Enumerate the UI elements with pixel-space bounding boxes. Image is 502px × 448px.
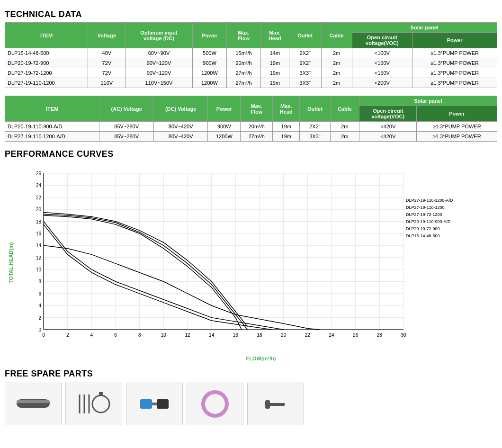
- performance-curves-heading: PERFORMANCE CURVES: [5, 149, 497, 159]
- svg-text:DLP27-19-110-1200-A/D: DLP27-19-110-1200-A/D: [406, 198, 453, 203]
- table-row: DLP15-14-48-50048V60V~90V500W15m³/h14m2X…: [5, 48, 497, 58]
- spare-parts-heading: FREE SPARE PARTS: [5, 369, 497, 379]
- svg-text:18: 18: [257, 332, 262, 338]
- svg-rect-69: [17, 400, 50, 403]
- svg-text:DLP15-14-48-500: DLP15-14-48-500: [406, 233, 440, 238]
- col-solar-power-1: Power: [412, 33, 497, 48]
- col-max-head-2: Max.Head: [273, 96, 300, 122]
- svg-text:DLP20-19-72-900: DLP20-19-72-900: [406, 226, 440, 231]
- svg-text:DLP20-19-110-900-A/D: DLP20-19-110-900-A/D: [406, 219, 451, 224]
- svg-point-73: [92, 395, 109, 412]
- performance-curves-section: PERFORMANCE CURVES TOTAL HEAD(m) 0246810…: [5, 149, 497, 361]
- col-dc-voltage: (DC) Voltage: [153, 96, 208, 122]
- svg-text:10: 10: [36, 267, 42, 272]
- svg-text:12: 12: [36, 255, 42, 260]
- svg-text:20: 20: [281, 332, 287, 338]
- col-voltage-1: Voltage: [88, 23, 126, 48]
- solar-panel-header-1: Solar panel: [352, 23, 497, 33]
- col-voc-1: Open circuitvoltage(VOC): [352, 33, 412, 48]
- col-solar-power-2: Power: [417, 106, 497, 122]
- svg-text:8: 8: [138, 332, 141, 338]
- technical-data-heading: TECHNICAL DATA: [5, 9, 497, 19]
- svg-text:16: 16: [233, 332, 239, 338]
- col-cable-1: Cable: [321, 23, 352, 48]
- col-item-1: ITEM: [5, 23, 88, 48]
- col-power-1: Power: [192, 23, 227, 48]
- svg-text:14: 14: [209, 332, 215, 338]
- svg-text:0: 0: [38, 327, 41, 332]
- svg-text:24: 24: [36, 183, 42, 188]
- svg-text:16: 16: [36, 231, 42, 236]
- x-axis-label: FLOW(m³/h): [25, 356, 497, 361]
- col-outlet-1: Outlet: [289, 23, 321, 48]
- svg-text:8: 8: [38, 279, 41, 284]
- svg-text:10: 10: [161, 332, 167, 338]
- svg-text:22: 22: [305, 332, 311, 338]
- svg-text:2: 2: [38, 315, 41, 321]
- spare-parts-row: [5, 383, 497, 425]
- svg-text:6: 6: [38, 291, 41, 296]
- table-row: DLP20-19-110-900-A/D85V~280V80V~420V900W…: [5, 122, 497, 132]
- table2: ITEM (AC) Voltage (DC) Voltage Power Max…: [5, 96, 497, 142]
- spare-part-screws-clamp: [65, 383, 122, 425]
- svg-text:28: 28: [377, 332, 383, 338]
- svg-text:24: 24: [329, 332, 334, 338]
- svg-text:30: 30: [401, 332, 406, 338]
- svg-rect-80: [265, 400, 270, 409]
- svg-text:DLP27-19-110-1200: DLP27-19-110-1200: [406, 205, 445, 210]
- col-outlet-2: Outlet: [300, 96, 330, 122]
- spare-part-pipe-fitting: [5, 383, 62, 425]
- svg-text:DLP27-19-72-1200: DLP27-19-72-1200: [406, 212, 442, 217]
- col-max-flow-2: Max.Flow: [241, 96, 273, 122]
- col-ac-voltage: (AC) Voltage: [99, 96, 154, 122]
- col-item-2: ITEM: [5, 96, 99, 122]
- svg-rect-76: [157, 399, 169, 409]
- svg-rect-74: [99, 392, 103, 396]
- table-row: DLP20-19-72-90072V90V~120V900W20m³/h19m2…: [5, 58, 497, 68]
- col-power-2: Power: [208, 96, 241, 122]
- svg-text:26: 26: [36, 171, 42, 176]
- performance-chart: 0246810121416182022242628300246810121416…: [25, 164, 479, 353]
- svg-text:14: 14: [36, 243, 42, 248]
- table-row: DLP27-19-110-1200110V110V~150V1200W27m³/…: [5, 78, 497, 88]
- svg-text:20: 20: [36, 207, 42, 212]
- svg-text:0: 0: [42, 332, 45, 338]
- svg-text:26: 26: [353, 332, 359, 338]
- svg-text:18: 18: [36, 219, 42, 224]
- table2-section: ITEM (AC) Voltage (DC) Voltage Power Max…: [5, 96, 497, 142]
- col-max-flow-1: Max.Flow: [227, 23, 261, 48]
- col-max-head-1: Max.Head: [260, 23, 289, 48]
- free-spare-parts-section: FREE SPARE PARTS: [5, 369, 497, 425]
- table1: ITEM Voltage Optimum inputvoltage (DC) P…: [5, 22, 497, 88]
- svg-text:2: 2: [66, 332, 69, 338]
- svg-text:4: 4: [38, 303, 41, 308]
- spare-part-connectors: [126, 383, 183, 425]
- col-voc-2: Open circuitvoltage(VOC): [359, 106, 417, 122]
- solar-panel-header-2: Solar panel: [359, 96, 497, 106]
- svg-text:22: 22: [36, 195, 42, 200]
- svg-text:4: 4: [90, 332, 93, 338]
- table-row: DLP27-19-110-1200-A/D85V~280V80V~420V120…: [5, 132, 497, 142]
- svg-text:6: 6: [114, 332, 117, 338]
- col-cable-2: Cable: [330, 96, 359, 122]
- spare-part-o-ring: [187, 383, 243, 425]
- col-opt-voltage: Optimum inputvoltage (DC): [126, 23, 192, 48]
- y-axis-label: TOTAL HEAD(m): [8, 242, 14, 283]
- svg-rect-77: [152, 403, 157, 405]
- svg-point-78: [203, 392, 227, 416]
- table-row: DLP27-19-72-120072V90V~120V1200W27m³/h19…: [5, 68, 497, 78]
- table1-section: ITEM Voltage Optimum inputvoltage (DC) P…: [5, 22, 497, 88]
- svg-text:12: 12: [185, 332, 190, 338]
- spare-part-wrench-tool: [247, 383, 304, 425]
- svg-rect-75: [140, 399, 152, 409]
